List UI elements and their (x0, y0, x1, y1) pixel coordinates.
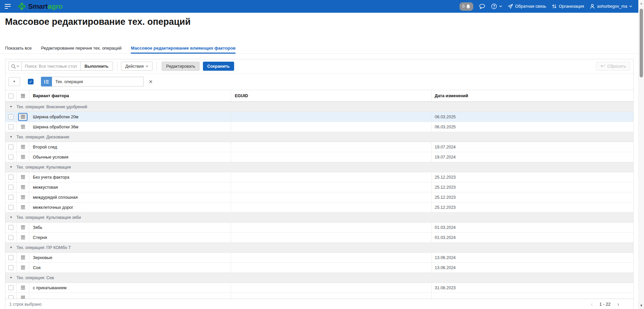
row-checkbox[interactable] (8, 235, 13, 240)
execute-button[interactable]: Выполнить (80, 62, 113, 71)
row-select-cell[interactable] (5, 223, 16, 232)
row-menu-icon[interactable] (20, 265, 25, 270)
row-menu-icon[interactable] (20, 175, 25, 179)
row-menu-icon[interactable] (20, 155, 25, 159)
row-menu-cell[interactable] (16, 253, 29, 262)
row-menu-cell[interactable] (16, 172, 29, 182)
row-select-cell[interactable] (5, 172, 16, 182)
row-menu-cell[interactable] (16, 283, 29, 293)
scrollbar-thumb[interactable] (640, 9, 643, 77)
organization-button[interactable]: Организация (552, 4, 584, 9)
row-select-cell[interactable] (5, 253, 16, 262)
row-checkbox[interactable] (8, 175, 13, 180)
feedback-button[interactable]: Обратная связь (508, 4, 546, 9)
table-row[interactable]: Зябь01.03.2024 (5, 223, 633, 233)
group-by-icon[interactable] (41, 77, 52, 86)
user-menu[interactable]: ashurbegov_ma (590, 4, 632, 9)
row-checkbox[interactable] (8, 185, 13, 190)
filter-dropdown-button[interactable]: ▼ (8, 77, 20, 86)
row-checkbox[interactable] (8, 295, 13, 299)
table-row[interactable]: Ширина обработки 36м06.03.2025 (5, 122, 633, 132)
row-checkbox[interactable] (8, 154, 13, 160)
table-row-partial[interactable] (5, 293, 633, 299)
previous-page-icon[interactable]: ‹ (591, 301, 593, 308)
row-menu-icon[interactable] (20, 225, 25, 230)
row-menu-cell[interactable] (16, 142, 29, 152)
filter-enabled-checkbox[interactable]: ✓ (28, 79, 34, 84)
row-menu-icon[interactable] (20, 195, 25, 199)
table-row[interactable]: ✓Ширина обработки 20м06.03.2025 (5, 112, 633, 122)
row-menu-icon[interactable] (20, 255, 25, 260)
row-select-cell[interactable] (5, 192, 16, 202)
row-select-cell[interactable] (5, 202, 16, 212)
collapse-caret-icon[interactable]: ▼ (10, 246, 12, 249)
row-menu-icon[interactable] (20, 205, 25, 209)
menu-toggle-icon[interactable] (5, 4, 11, 9)
scroll-down-icon[interactable]: ▼ (639, 304, 644, 307)
table-row[interactable]: межкустовая25.12.2023 (5, 182, 633, 192)
table-row[interactable]: Зерновые13.06.2024 (5, 253, 633, 263)
tab-mass-edit-factors[interactable]: Массовое редактирование влияющих факторо… (131, 43, 235, 53)
collapse-caret-icon[interactable]: ▼ (10, 105, 12, 108)
filter-value-input[interactable] (52, 77, 144, 86)
help-menu[interactable]: ? (491, 3, 502, 9)
table-row[interactable]: Обычные условия19.07.2024 (5, 152, 633, 162)
row-menu-icon[interactable] (18, 113, 28, 121)
row-menu-cell[interactable] (16, 293, 29, 299)
app-logo[interactable]: Smartagro (17, 2, 62, 11)
select-all-checkbox[interactable] (8, 94, 13, 99)
collapse-caret-icon[interactable]: ▼ (10, 276, 12, 279)
row-menu-icon[interactable] (20, 125, 25, 129)
collapse-caret-icon[interactable]: ▼ (10, 216, 12, 219)
row-menu-icon[interactable] (20, 235, 25, 240)
row-select-cell[interactable] (5, 142, 16, 152)
column-header-variant[interactable]: Вариант фактора (29, 90, 231, 102)
row-checkbox[interactable] (8, 195, 13, 200)
row-menu-cell[interactable] (16, 192, 29, 202)
row-select-cell[interactable] (5, 152, 16, 162)
edit-button[interactable]: Редактировать (162, 62, 199, 71)
row-menu-cell[interactable] (16, 152, 29, 162)
row-checkbox[interactable] (8, 285, 13, 290)
row-menu-icon[interactable] (20, 286, 25, 290)
row-menu-cell[interactable] (16, 263, 29, 272)
table-row[interactable]: междурядий сплошная25.12.2023 (5, 192, 633, 202)
table-row[interactable]: Второй след19.07.2024 (5, 142, 633, 152)
row-select-cell[interactable] (5, 263, 16, 272)
row-checkbox[interactable] (8, 265, 13, 270)
row-select-cell[interactable] (5, 182, 16, 192)
row-checkbox[interactable] (8, 255, 13, 260)
table-row[interactable]: Без учета фактора25.12.2023 (5, 172, 633, 182)
row-menu-cell[interactable] (16, 233, 29, 242)
vertical-scrollbar[interactable]: ▲ ▼ (638, 0, 644, 309)
scroll-up-icon[interactable]: ▲ (639, 2, 644, 5)
row-menu-cell[interactable] (16, 182, 29, 192)
next-page-icon[interactable]: › (617, 301, 619, 308)
row-select-cell[interactable]: ✓ (5, 112, 16, 122)
table-row[interactable]: Соя13.06.2024 (5, 263, 633, 273)
search-options-button[interactable] (8, 62, 22, 71)
row-checkbox[interactable]: ✓ (8, 114, 13, 119)
collapse-caret-icon[interactable]: ▼ (10, 166, 12, 169)
row-select-cell[interactable] (5, 122, 16, 132)
notifications-button[interactable]: 0 (460, 2, 473, 11)
table-row[interactable]: Стерня01.03.2024 (5, 233, 633, 243)
chat-icon[interactable] (479, 4, 485, 9)
row-menu-cell[interactable] (16, 223, 29, 232)
row-menu-icon[interactable] (20, 185, 25, 189)
row-checkbox[interactable] (8, 124, 13, 129)
row-menu-cell[interactable] (16, 112, 29, 122)
tab-edit-operations-list[interactable]: Редактирование перечня тех. операций (41, 43, 121, 53)
table-row[interactable]: с прикатыванием31.08.2023 (5, 283, 633, 293)
collapse-caret-icon[interactable]: ▼ (10, 135, 12, 138)
search-input[interactable] (22, 62, 80, 71)
row-menu-cell[interactable] (16, 122, 29, 132)
column-header-date[interactable]: Дата изменений (431, 90, 633, 102)
row-select-cell[interactable] (5, 233, 16, 242)
row-menu-cell[interactable] (16, 202, 29, 212)
select-all-cell[interactable] (5, 90, 16, 102)
actions-button[interactable]: Действия (121, 62, 153, 71)
row-checkbox[interactable] (8, 225, 13, 230)
row-checkbox[interactable] (8, 144, 13, 149)
row-checkbox[interactable] (8, 205, 13, 210)
